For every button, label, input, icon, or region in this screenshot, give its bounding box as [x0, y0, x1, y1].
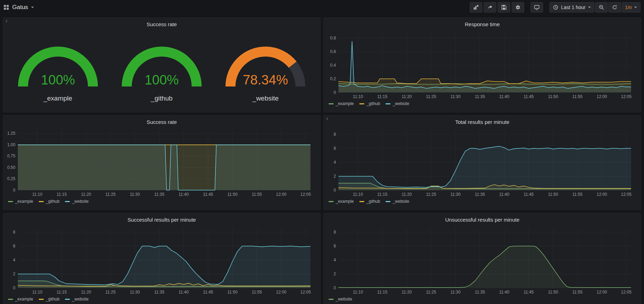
- x-tick-label: 11:10: [32, 192, 42, 197]
- time-range-button[interactable]: Last 1 hour: [549, 2, 594, 13]
- x-tick-label: 11:10: [32, 290, 42, 295]
- x-tick-label: 11:15: [57, 192, 67, 197]
- caret-down-icon: [634, 7, 637, 8]
- refresh-icon: [612, 5, 617, 10]
- x-tick-label: 12:00: [597, 94, 607, 99]
- y-tick-label: 4: [334, 258, 336, 262]
- panel-title[interactable]: Unsuccessful results per minute: [327, 215, 638, 224]
- cycle-view-button[interactable]: [530, 2, 543, 13]
- refresh-interval-button[interactable]: 1m: [622, 2, 641, 13]
- legend-swatch: [386, 103, 390, 104]
- x-tick-label: 12:05: [300, 290, 311, 295]
- legend-item-_website[interactable]: _website: [65, 199, 88, 204]
- legend-label: _example: [336, 101, 354, 106]
- panel-title[interactable]: Success rate: [6, 20, 317, 29]
- y-tick-label: 8: [334, 230, 336, 235]
- settings-button[interactable]: [512, 2, 524, 13]
- dashboard-header: Gatus: [3, 4, 34, 11]
- legend-label: _website: [393, 101, 409, 106]
- legend-item-_example[interactable]: _example: [8, 297, 33, 302]
- legend-swatch: [8, 299, 13, 300]
- legend-item-_github[interactable]: _github: [359, 101, 380, 106]
- x-tick-label: 12:05: [621, 290, 631, 295]
- add-panel-button[interactable]: [470, 2, 482, 13]
- legend-swatch: [65, 201, 70, 202]
- gauge-website[interactable]: 78.34% _website: [214, 34, 317, 102]
- y-tick-label: 4: [13, 258, 15, 262]
- legend-item-_example[interactable]: _example: [329, 101, 354, 106]
- legend-item-_website[interactable]: _website: [329, 297, 352, 302]
- x-tick-label: 11:50: [227, 192, 237, 197]
- panel-title[interactable]: Success rate: [6, 118, 317, 127]
- x-tick-label: 11:35: [475, 94, 485, 99]
- x-tick-label: 11:50: [548, 94, 558, 99]
- legend-swatch: [329, 299, 334, 300]
- gauge-value-text: 100%: [41, 72, 75, 87]
- legend-swatch: [359, 201, 364, 202]
- zoom-out-button[interactable]: [595, 2, 608, 13]
- x-tick-label: 11:50: [548, 290, 558, 295]
- x-tick-label: 11:15: [377, 94, 387, 99]
- gauge-github[interactable]: 100% _github: [110, 34, 213, 102]
- add-panel-icon: [473, 5, 479, 10]
- legend-swatch: [386, 201, 390, 202]
- total-results-chart[interactable]: 11:1011:1511:2011:2511:3011:3511:4011:45…: [327, 127, 638, 198]
- dashboard-grid-icon[interactable]: [3, 5, 9, 10]
- x-tick-label: 11:45: [203, 290, 213, 295]
- gauge-row: 100% _example 100% _github 78.34% _webs: [6, 34, 317, 102]
- x-tick-label: 11:10: [353, 192, 363, 197]
- legend-label: _example: [15, 297, 33, 302]
- legend-item-_website[interactable]: _website: [386, 199, 409, 204]
- gauge-value-text: 78.34%: [243, 72, 288, 87]
- chart-legend: _example_github_website: [6, 198, 317, 204]
- x-tick-label: 11:25: [426, 94, 436, 99]
- refresh-button[interactable]: [608, 2, 621, 13]
- x-tick-label: 11:30: [451, 94, 461, 99]
- legend-item-_website[interactable]: _website: [386, 101, 409, 106]
- response-time-chart[interactable]: 11:1011:1511:2011:2511:3011:3511:4011:45…: [327, 29, 638, 100]
- x-tick-label: 11:35: [154, 290, 164, 295]
- panel-title[interactable]: Successful results per minute: [6, 215, 317, 224]
- info-icon[interactable]: i: [325, 116, 329, 122]
- panel-total-results: i Total results per minute 11:1011:1511:…: [323, 115, 641, 210]
- y-tick-label: 1.25: [7, 131, 16, 136]
- panel-title[interactable]: Total results per minute: [327, 118, 638, 127]
- save-button[interactable]: [498, 2, 510, 13]
- navbar-actions: Last 1 hour: [470, 2, 641, 13]
- chart-legend: _example_github_website: [6, 296, 317, 302]
- legend-item-_github[interactable]: _github: [39, 297, 59, 302]
- legend-item-_example[interactable]: _example: [8, 199, 33, 204]
- legend-item-_example[interactable]: _example: [329, 199, 354, 204]
- x-tick-label: 11:15: [377, 192, 387, 197]
- successful-results-chart[interactable]: 11:1011:1511:2011:2511:3011:3511:4011:45…: [6, 224, 317, 296]
- dashboard-grid: i Success rate 100% _example 100% _githu…: [0, 15, 644, 304]
- x-tick-label: 11:20: [402, 290, 412, 295]
- x-tick-label: 11:30: [130, 290, 140, 295]
- info-icon[interactable]: i: [4, 18, 9, 24]
- y-tick-label: 8: [334, 132, 336, 137]
- x-tick-label: 11:45: [524, 192, 534, 197]
- gauge-example[interactable]: 100% _example: [6, 34, 110, 102]
- dashboard-title[interactable]: Gatus: [12, 4, 28, 11]
- x-tick-label: 11:20: [402, 192, 412, 197]
- x-tick-label: 11:55: [252, 192, 262, 197]
- y-tick-label: 8: [13, 230, 15, 235]
- y-tick-label: 2: [334, 174, 336, 179]
- legend-label: _website: [72, 199, 88, 204]
- caret-down-icon[interactable]: [31, 7, 34, 8]
- x-tick-label: 11:15: [377, 290, 387, 295]
- legend-item-_website[interactable]: _website: [65, 297, 88, 302]
- y-tick-label: 0: [13, 188, 15, 193]
- panel-title[interactable]: Response time: [327, 20, 638, 29]
- gauge-value-text: 100%: [145, 72, 179, 87]
- share-button[interactable]: [484, 2, 496, 13]
- legend-item-_github[interactable]: _github: [39, 199, 59, 204]
- success-rate-chart[interactable]: 11:1011:1511:2011:2511:3011:3511:4011:45…: [6, 127, 317, 198]
- save-icon: [501, 5, 507, 10]
- panel-successful-results: Successful results per minute 11:1011:15…: [3, 213, 321, 304]
- unsuccessful-results-chart[interactable]: 11:1011:1511:2011:2511:3011:3511:4011:45…: [327, 224, 638, 296]
- y-tick-label: 0: [334, 188, 336, 193]
- x-tick-label: 11:55: [572, 192, 583, 197]
- legend-item-_github[interactable]: _github: [359, 199, 380, 204]
- y-tick-label: 0: [334, 286, 336, 290]
